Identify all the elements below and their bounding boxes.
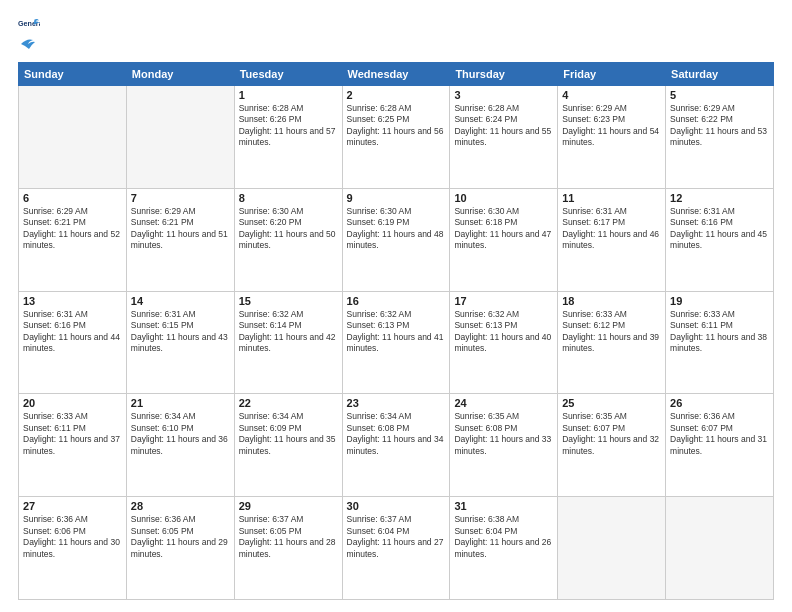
- calendar-week-row: 27Sunrise: 6:36 AMSunset: 6:06 PMDayligh…: [19, 497, 774, 600]
- weekday-header-thursday: Thursday: [450, 63, 558, 86]
- calendar-cell: 12Sunrise: 6:31 AMSunset: 6:16 PMDayligh…: [666, 188, 774, 291]
- day-number: 13: [23, 295, 122, 307]
- day-number: 4: [562, 89, 661, 101]
- day-number: 30: [347, 500, 446, 512]
- day-number: 22: [239, 397, 338, 409]
- day-number: 19: [670, 295, 769, 307]
- day-number: 16: [347, 295, 446, 307]
- day-info: Sunrise: 6:37 AMSunset: 6:04 PMDaylight:…: [347, 514, 446, 560]
- day-info: Sunrise: 6:30 AMSunset: 6:20 PMDaylight:…: [239, 206, 338, 252]
- logo-bird-icon: General: [18, 18, 40, 34]
- day-number: 21: [131, 397, 230, 409]
- day-info: Sunrise: 6:30 AMSunset: 6:18 PMDaylight:…: [454, 206, 553, 252]
- day-info: Sunrise: 6:31 AMSunset: 6:15 PMDaylight:…: [131, 309, 230, 355]
- day-number: 31: [454, 500, 553, 512]
- weekday-header-wednesday: Wednesday: [342, 63, 450, 86]
- day-info: Sunrise: 6:35 AMSunset: 6:07 PMDaylight:…: [562, 411, 661, 457]
- day-number: 28: [131, 500, 230, 512]
- day-number: 15: [239, 295, 338, 307]
- calendar-cell: [19, 86, 127, 189]
- day-number: 17: [454, 295, 553, 307]
- calendar-cell: 2Sunrise: 6:28 AMSunset: 6:25 PMDaylight…: [342, 86, 450, 189]
- calendar-cell: 21Sunrise: 6:34 AMSunset: 6:10 PMDayligh…: [126, 394, 234, 497]
- day-info: Sunrise: 6:34 AMSunset: 6:10 PMDaylight:…: [131, 411, 230, 457]
- calendar-week-row: 6Sunrise: 6:29 AMSunset: 6:21 PMDaylight…: [19, 188, 774, 291]
- svg-text:General: General: [18, 20, 40, 28]
- day-number: 12: [670, 192, 769, 204]
- day-info: Sunrise: 6:36 AMSunset: 6:06 PMDaylight:…: [23, 514, 122, 560]
- day-info: Sunrise: 6:28 AMSunset: 6:25 PMDaylight:…: [347, 103, 446, 149]
- calendar-cell: 10Sunrise: 6:30 AMSunset: 6:18 PMDayligh…: [450, 188, 558, 291]
- day-info: Sunrise: 6:31 AMSunset: 6:16 PMDaylight:…: [670, 206, 769, 252]
- day-info: Sunrise: 6:32 AMSunset: 6:13 PMDaylight:…: [454, 309, 553, 355]
- day-info: Sunrise: 6:34 AMSunset: 6:09 PMDaylight:…: [239, 411, 338, 457]
- calendar-cell: 30Sunrise: 6:37 AMSunset: 6:04 PMDayligh…: [342, 497, 450, 600]
- calendar-cell: 22Sunrise: 6:34 AMSunset: 6:09 PMDayligh…: [234, 394, 342, 497]
- day-info: Sunrise: 6:34 AMSunset: 6:08 PMDaylight:…: [347, 411, 446, 457]
- weekday-header-monday: Monday: [126, 63, 234, 86]
- calendar-cell: 8Sunrise: 6:30 AMSunset: 6:20 PMDaylight…: [234, 188, 342, 291]
- day-number: 14: [131, 295, 230, 307]
- calendar-cell: 14Sunrise: 6:31 AMSunset: 6:15 PMDayligh…: [126, 291, 234, 394]
- calendar-cell: 17Sunrise: 6:32 AMSunset: 6:13 PMDayligh…: [450, 291, 558, 394]
- day-info: Sunrise: 6:29 AMSunset: 6:21 PMDaylight:…: [23, 206, 122, 252]
- weekday-header-sunday: Sunday: [19, 63, 127, 86]
- day-number: 26: [670, 397, 769, 409]
- calendar-cell: 5Sunrise: 6:29 AMSunset: 6:22 PMDaylight…: [666, 86, 774, 189]
- calendar-week-row: 1Sunrise: 6:28 AMSunset: 6:26 PMDaylight…: [19, 86, 774, 189]
- day-number: 7: [131, 192, 230, 204]
- day-info: Sunrise: 6:31 AMSunset: 6:17 PMDaylight:…: [562, 206, 661, 252]
- calendar-page: General SundayMondayTuesdayWednesdayThur…: [0, 0, 792, 612]
- calendar-cell: 31Sunrise: 6:38 AMSunset: 6:04 PMDayligh…: [450, 497, 558, 600]
- day-number: 18: [562, 295, 661, 307]
- calendar-cell: 20Sunrise: 6:33 AMSunset: 6:11 PMDayligh…: [19, 394, 127, 497]
- calendar-cell: 16Sunrise: 6:32 AMSunset: 6:13 PMDayligh…: [342, 291, 450, 394]
- day-info: Sunrise: 6:30 AMSunset: 6:19 PMDaylight:…: [347, 206, 446, 252]
- calendar-cell: 28Sunrise: 6:36 AMSunset: 6:05 PMDayligh…: [126, 497, 234, 600]
- header: General: [18, 18, 774, 52]
- day-info: Sunrise: 6:32 AMSunset: 6:14 PMDaylight:…: [239, 309, 338, 355]
- day-number: 11: [562, 192, 661, 204]
- calendar-week-row: 20Sunrise: 6:33 AMSunset: 6:11 PMDayligh…: [19, 394, 774, 497]
- day-info: Sunrise: 6:36 AMSunset: 6:07 PMDaylight:…: [670, 411, 769, 457]
- calendar-cell: 1Sunrise: 6:28 AMSunset: 6:26 PMDaylight…: [234, 86, 342, 189]
- calendar-cell: 13Sunrise: 6:31 AMSunset: 6:16 PMDayligh…: [19, 291, 127, 394]
- calendar-cell: 4Sunrise: 6:29 AMSunset: 6:23 PMDaylight…: [558, 86, 666, 189]
- calendar-cell: 9Sunrise: 6:30 AMSunset: 6:19 PMDaylight…: [342, 188, 450, 291]
- calendar-week-row: 13Sunrise: 6:31 AMSunset: 6:16 PMDayligh…: [19, 291, 774, 394]
- calendar-cell: 27Sunrise: 6:36 AMSunset: 6:06 PMDayligh…: [19, 497, 127, 600]
- calendar-cell: 3Sunrise: 6:28 AMSunset: 6:24 PMDaylight…: [450, 86, 558, 189]
- day-number: 3: [454, 89, 553, 101]
- calendar-cell: [126, 86, 234, 189]
- weekday-header-friday: Friday: [558, 63, 666, 86]
- logo-wing-icon: [19, 36, 41, 52]
- calendar-cell: [666, 497, 774, 600]
- day-info: Sunrise: 6:37 AMSunset: 6:05 PMDaylight:…: [239, 514, 338, 560]
- day-number: 10: [454, 192, 553, 204]
- calendar-cell: 26Sunrise: 6:36 AMSunset: 6:07 PMDayligh…: [666, 394, 774, 497]
- day-info: Sunrise: 6:33 AMSunset: 6:12 PMDaylight:…: [562, 309, 661, 355]
- day-info: Sunrise: 6:33 AMSunset: 6:11 PMDaylight:…: [670, 309, 769, 355]
- day-number: 8: [239, 192, 338, 204]
- calendar-cell: 18Sunrise: 6:33 AMSunset: 6:12 PMDayligh…: [558, 291, 666, 394]
- calendar-table: SundayMondayTuesdayWednesdayThursdayFrid…: [18, 62, 774, 600]
- day-number: 29: [239, 500, 338, 512]
- day-info: Sunrise: 6:28 AMSunset: 6:26 PMDaylight:…: [239, 103, 338, 149]
- day-info: Sunrise: 6:29 AMSunset: 6:22 PMDaylight:…: [670, 103, 769, 149]
- day-number: 1: [239, 89, 338, 101]
- day-info: Sunrise: 6:28 AMSunset: 6:24 PMDaylight:…: [454, 103, 553, 149]
- day-number: 9: [347, 192, 446, 204]
- day-info: Sunrise: 6:29 AMSunset: 6:21 PMDaylight:…: [131, 206, 230, 252]
- calendar-cell: [558, 497, 666, 600]
- day-number: 6: [23, 192, 122, 204]
- calendar-cell: 6Sunrise: 6:29 AMSunset: 6:21 PMDaylight…: [19, 188, 127, 291]
- calendar-header-row: SundayMondayTuesdayWednesdayThursdayFrid…: [19, 63, 774, 86]
- day-number: 23: [347, 397, 446, 409]
- day-info: Sunrise: 6:38 AMSunset: 6:04 PMDaylight:…: [454, 514, 553, 560]
- day-number: 2: [347, 89, 446, 101]
- calendar-cell: 29Sunrise: 6:37 AMSunset: 6:05 PMDayligh…: [234, 497, 342, 600]
- calendar-cell: 24Sunrise: 6:35 AMSunset: 6:08 PMDayligh…: [450, 394, 558, 497]
- day-info: Sunrise: 6:36 AMSunset: 6:05 PMDaylight:…: [131, 514, 230, 560]
- day-info: Sunrise: 6:33 AMSunset: 6:11 PMDaylight:…: [23, 411, 122, 457]
- day-info: Sunrise: 6:29 AMSunset: 6:23 PMDaylight:…: [562, 103, 661, 149]
